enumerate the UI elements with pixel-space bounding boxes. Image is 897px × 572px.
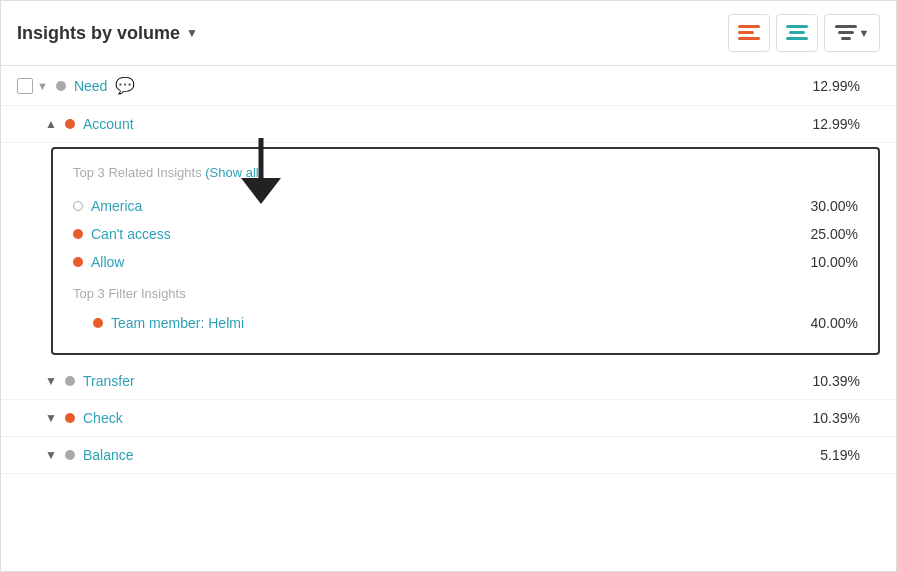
account-row: ▲ Account 12.99% — [1, 106, 896, 143]
transfer-label[interactable]: Transfer — [83, 373, 135, 389]
need-label[interactable]: Need — [74, 78, 107, 94]
related-insights-title: Top 3 Related Insights (Show all) — [73, 165, 858, 180]
header-actions: ▼ — [728, 14, 880, 52]
allow-label[interactable]: Allow — [91, 254, 124, 270]
align-left-icon — [738, 24, 760, 42]
transfer-dot — [65, 376, 75, 386]
need-expand-icon[interactable]: ▼ — [37, 80, 48, 92]
need-dot — [56, 81, 66, 91]
svg-rect-8 — [841, 37, 851, 40]
svg-rect-6 — [835, 25, 857, 28]
account-collapse-icon[interactable]: ▲ — [41, 117, 61, 131]
header: Insights by volume ▼ — [1, 1, 896, 66]
need-percentage: 12.99% — [813, 78, 880, 94]
popup-row-helmi: Team member: Helmi 40.00% — [73, 309, 858, 337]
transfer-percentage: 10.39% — [813, 373, 880, 389]
svg-rect-5 — [786, 37, 808, 40]
check-label[interactable]: Check — [83, 410, 123, 426]
filter-icon — [835, 24, 857, 42]
need-checkbox-area: ▼ — [17, 78, 48, 94]
balance-dot — [65, 450, 75, 460]
popup-row-cant-access: Can't access 25.00% — [73, 220, 858, 248]
helmi-dot — [93, 318, 103, 328]
content-area[interactable]: ▼ Need 💬 12.99% ▲ Account 12.99% Top 3 R… — [1, 66, 896, 571]
check-row: ▼ Check 10.39% — [1, 400, 896, 437]
account-percentage: 12.99% — [813, 116, 880, 132]
america-label[interactable]: America — [91, 198, 142, 214]
transfer-expand-icon[interactable]: ▼ — [41, 374, 61, 388]
header-title-area: Insights by volume ▼ — [17, 23, 198, 44]
svg-rect-2 — [738, 37, 760, 40]
align-center-button[interactable] — [776, 14, 818, 52]
cant-access-label[interactable]: Can't access — [91, 226, 171, 242]
cant-access-pct: 25.00% — [811, 226, 858, 242]
chat-icon[interactable]: 💬 — [115, 76, 135, 95]
show-all-link[interactable]: (Show all) — [205, 165, 263, 180]
title-dropdown-icon[interactable]: ▼ — [186, 26, 198, 40]
popup-row-allow: Allow 10.00% — [73, 248, 858, 276]
balance-percentage: 5.19% — [820, 447, 880, 463]
balance-row: ▼ Balance 5.19% — [1, 437, 896, 474]
svg-rect-4 — [789, 31, 805, 34]
account-dot — [65, 119, 75, 129]
need-row: ▼ Need 💬 12.99% — [1, 66, 896, 106]
balance-expand-icon[interactable]: ▼ — [41, 448, 61, 462]
allow-pct: 10.00% — [811, 254, 858, 270]
need-checkbox[interactable] — [17, 78, 33, 94]
check-percentage: 10.39% — [813, 410, 880, 426]
america-pct: 30.00% — [811, 198, 858, 214]
align-left-button[interactable] — [728, 14, 770, 52]
popup-card: Top 3 Related Insights (Show all) Americ… — [51, 147, 880, 355]
filter-dropdown-arrow: ▼ — [859, 27, 870, 39]
account-label[interactable]: Account — [83, 116, 134, 132]
popup-row-america: America 30.00% — [73, 192, 858, 220]
check-dot — [65, 413, 75, 423]
allow-dot — [73, 257, 83, 267]
america-dot — [73, 201, 83, 211]
helmi-pct: 40.00% — [811, 315, 858, 331]
transfer-row: ▼ Transfer 10.39% — [1, 363, 896, 400]
main-container: Insights by volume ▼ — [0, 0, 897, 572]
svg-rect-0 — [738, 25, 760, 28]
filter-insights-title: Top 3 Filter Insights — [73, 286, 858, 301]
page-title: Insights by volume — [17, 23, 180, 44]
cant-access-dot — [73, 229, 83, 239]
filter-button[interactable]: ▼ — [824, 14, 880, 52]
check-expand-icon[interactable]: ▼ — [41, 411, 61, 425]
svg-rect-1 — [738, 31, 754, 34]
align-center-icon — [786, 24, 808, 42]
svg-rect-3 — [786, 25, 808, 28]
svg-rect-7 — [838, 31, 854, 34]
balance-label[interactable]: Balance — [83, 447, 134, 463]
helmi-label[interactable]: Team member: Helmi — [111, 315, 244, 331]
